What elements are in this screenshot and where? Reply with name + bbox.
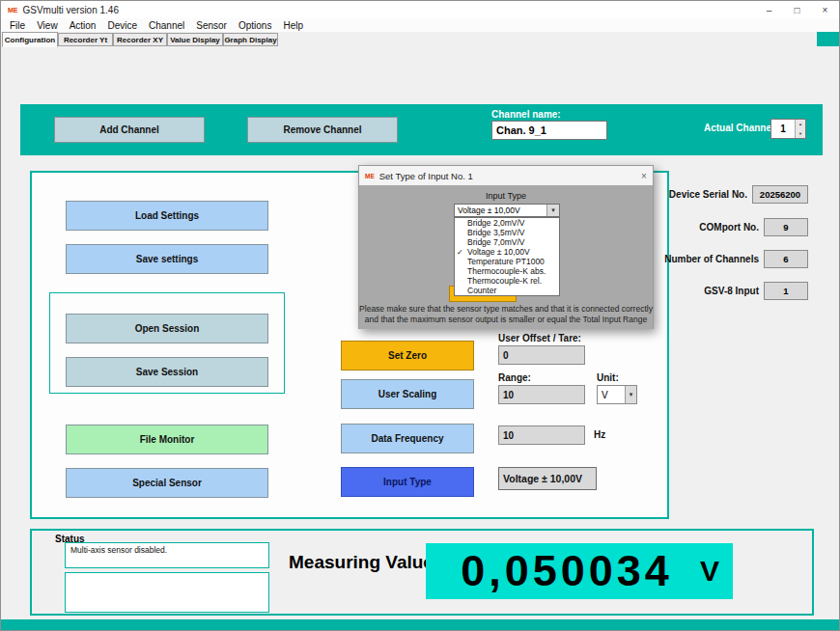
actual-channel-spinner[interactable]: 1 ▲ ▼ xyxy=(770,119,806,139)
spinner-arrows: ▲ ▼ xyxy=(795,120,805,138)
option-label: Temperature PT1000 xyxy=(467,257,545,266)
option-label: Bridge 7,0mV/V xyxy=(467,237,525,247)
maximize-button[interactable]: □ xyxy=(783,1,811,18)
spinner-up-icon[interactable]: ▲ xyxy=(796,120,805,129)
dialog-body: Input Type Voltage ± 10,00V ▾ Bridge 2,0… xyxy=(359,185,653,329)
combo-dropdown-arrow-icon[interactable]: ▾ xyxy=(546,205,559,216)
option-bridge-7-0[interactable]: Bridge 7,0mV/V xyxy=(455,237,559,247)
remove-channel-button[interactable]: Remove Channel xyxy=(247,117,398,143)
close-button[interactable]: × xyxy=(811,1,839,18)
status-message-box: Multi-axis sensor disabled. xyxy=(65,542,269,568)
option-bridge-3-5[interactable]: Bridge 3,5mV/V xyxy=(455,228,559,237)
menu-item-options[interactable]: Options xyxy=(233,20,277,31)
option-thermocouple-rel[interactable]: Thermocouple-K rel. xyxy=(455,276,559,286)
input-type-button[interactable]: Input Type xyxy=(341,467,474,497)
user-offset-field: 0 xyxy=(498,345,585,365)
window-title: GSVmulti version 1.46 xyxy=(23,5,120,15)
option-label: Bridge 2,0mV/V xyxy=(467,218,525,228)
file-monitor-button[interactable]: File Monitor xyxy=(66,425,268,454)
input-type-combo-value: Voltage ± 10,00V xyxy=(455,206,546,215)
title-bar: ME GSVmulti version 1.46 – □ × xyxy=(1,1,839,18)
window-controls: – □ × xyxy=(755,1,839,18)
dialog-title: Set Type of Input No. 1 xyxy=(379,171,473,181)
device-serial-label: Device Serial No. xyxy=(669,189,747,200)
menu-bar: File View Action Device Channel Sensor O… xyxy=(1,18,839,32)
teal-accent xyxy=(817,32,839,46)
dialog-title-bar: ME Set Type of Input No. 1 × xyxy=(359,166,653,185)
actual-channel-label: Actual Channel xyxy=(704,123,774,133)
input-type-display: Voltage ± 10,00V xyxy=(498,467,597,490)
dialog-note: Please make sure that the sensor type ma… xyxy=(359,304,653,325)
check-icon: ✓ xyxy=(457,248,463,257)
device-serial-value: 20256200 xyxy=(752,185,808,204)
open-session-button[interactable]: Open Session xyxy=(66,314,268,343)
option-label: Bridge 3,5mV/V xyxy=(467,228,525,237)
app-window: ME GSVmulti version 1.46 – □ × File View… xyxy=(0,0,840,631)
num-channels-label: Number of Channels xyxy=(664,254,759,264)
dialog-logo-icon: ME xyxy=(365,173,375,179)
channel-name-label: Channel name: xyxy=(491,109,561,120)
measuring-value-label: Measuring Value xyxy=(289,552,434,573)
menu-item-sensor[interactable]: Sensor xyxy=(190,20,233,31)
option-label: Voltage ± 10,00V xyxy=(467,247,530,257)
range-label: Range: xyxy=(498,372,531,383)
input-type-dropdown-list: Bridge 2,0mV/V Bridge 3,5mV/V Bridge 7,0… xyxy=(454,217,560,296)
unit-dropdown-arrow-icon[interactable]: ▾ xyxy=(625,386,636,403)
option-label: Thermocouple-K rel. xyxy=(467,276,542,286)
measuring-value-display: 0,050034 V xyxy=(426,543,733,599)
minimize-button[interactable]: – xyxy=(755,1,783,18)
add-channel-button[interactable]: Add Channel xyxy=(54,117,205,143)
user-scaling-button[interactable]: User Scaling xyxy=(341,379,474,409)
menu-item-view[interactable]: View xyxy=(31,20,64,31)
measuring-unit: V xyxy=(700,555,719,588)
app-logo-icon: ME xyxy=(8,7,18,14)
save-session-button[interactable]: Save Session xyxy=(66,357,268,387)
input-type-combo[interactable]: Voltage ± 10,00V ▾ xyxy=(454,204,560,217)
gsv8-input-value: 1 xyxy=(764,282,808,300)
comport-value: 9 xyxy=(764,218,808,236)
data-frequency-button[interactable]: Data Frequency xyxy=(341,424,474,453)
comport-label: COMport No. xyxy=(699,222,759,233)
status-panel: Status Multi-axis sensor disabled. Measu… xyxy=(30,529,814,616)
dialog-input-type-label: Input Type xyxy=(359,191,653,201)
spinner-down-icon[interactable]: ▼ xyxy=(796,129,805,139)
menu-item-device[interactable]: Device xyxy=(101,20,143,31)
tab-recorder-yt[interactable]: Recorder Yt xyxy=(58,33,113,46)
channel-name-input[interactable] xyxy=(491,121,607,140)
option-voltage-10v[interactable]: ✓Voltage ± 10,00V xyxy=(455,247,559,257)
gsv8-input-label: GSV-8 Input xyxy=(704,286,759,296)
menu-item-action[interactable]: Action xyxy=(64,20,102,31)
option-label: Counter xyxy=(467,286,496,295)
menu-item-help[interactable]: Help xyxy=(277,20,309,31)
unit-select[interactable]: V ▾ xyxy=(597,385,637,404)
unit-label: Unit: xyxy=(597,372,619,383)
data-frequency-unit-label: Hz xyxy=(594,429,605,440)
option-counter[interactable]: Counter xyxy=(455,286,559,295)
save-settings-button[interactable]: Save settings xyxy=(66,244,268,274)
dialog-note-line1: Please make sure that the sensor type ma… xyxy=(359,304,653,315)
set-input-type-dialog: ME Set Type of Input No. 1 × Input Type … xyxy=(358,165,654,329)
tab-configuration[interactable]: Configuration xyxy=(2,32,58,47)
option-label: Thermocouple-K abs. xyxy=(467,266,546,276)
user-offset-label: User Offset / Tare: xyxy=(498,333,581,343)
bottom-teal-strip xyxy=(1,619,840,631)
num-channels-value: 6 xyxy=(764,250,808,268)
tab-graph-display[interactable]: Graph Display xyxy=(223,33,278,46)
tab-value-display[interactable]: Value Display xyxy=(167,33,223,46)
data-frequency-field: 10 xyxy=(498,425,585,445)
actual-channel-value: 1 xyxy=(771,120,795,138)
set-zero-button[interactable]: Set Zero xyxy=(341,341,474,370)
measuring-value: 0,050034 xyxy=(439,546,694,596)
load-settings-button[interactable]: Load Settings xyxy=(66,201,268,231)
special-sensor-button[interactable]: Special Sensor xyxy=(66,468,268,498)
channel-bar: Add Channel Remove Channel Channel name:… xyxy=(20,104,823,155)
dialog-close-button[interactable]: × xyxy=(635,171,653,181)
menu-item-file[interactable]: File xyxy=(4,20,31,31)
menu-item-channel[interactable]: Channel xyxy=(143,20,190,31)
option-thermocouple-abs[interactable]: Thermocouple-K abs. xyxy=(455,266,559,276)
option-temperature-pt1000[interactable]: Temperature PT1000 xyxy=(455,257,559,266)
dialog-note-line2: and that the maximum sensor output is sm… xyxy=(359,315,653,325)
tab-recorder-xy[interactable]: Recorder XY xyxy=(113,33,167,46)
status-log-box xyxy=(65,572,269,613)
option-bridge-2-0[interactable]: Bridge 2,0mV/V xyxy=(455,218,559,228)
